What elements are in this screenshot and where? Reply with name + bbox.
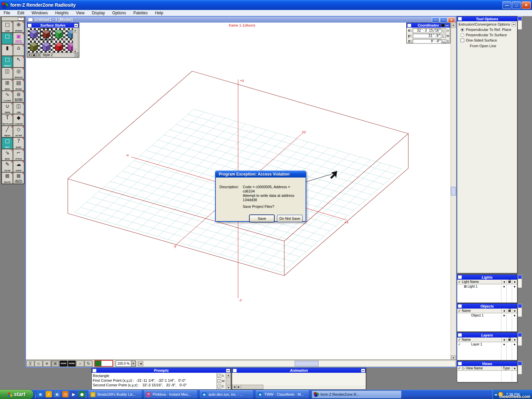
surface-styles-scrollbar[interactable]: ▲ ▼ (73, 28, 78, 54)
list-item[interactable]: ⊠ Light 1♦♦ (457, 284, 517, 289)
viewport-vertical-scrollbar[interactable]: ▲ ▼ (451, 23, 456, 360)
insert-outline-tool[interactable]: ▣INSERT OUTLINE (13, 33, 24, 44)
objects-header[interactable]: Objects (457, 304, 517, 309)
vertical-scroll-thumb[interactable] (451, 187, 456, 196)
palette-collapse-box[interactable] (361, 369, 365, 372)
coordinate-x-checkbox[interactable]: ✓ (443, 29, 446, 32)
doc-minimize-button[interactable]: — (432, 17, 439, 23)
none-toggle-2[interactable]: NONE (68, 360, 76, 367)
dock-tab[interactable] (518, 20, 522, 30)
tool-options-header[interactable]: Tool Options (457, 16, 517, 21)
list-view-icon[interactable]: ≣ (27, 53, 32, 57)
palette-arrow-box[interactable] (445, 24, 449, 27)
wire-tool[interactable]: ≋ (43, 360, 51, 367)
task-button-5[interactable]: form·Z RenderZone R... (312, 390, 401, 398)
list-item[interactable]: Object 1♦♦ (457, 313, 517, 318)
scroll-down-arrow[interactable]: ▼ (226, 385, 231, 389)
mesh-tool[interactable]: ⊞MESH (2, 79, 13, 91)
lightning-icon[interactable]: ⚡ (46, 391, 52, 397)
media-player-icon[interactable]: ▶ (70, 391, 77, 397)
palette-close-box[interactable] (458, 304, 462, 308)
menu-heights[interactable]: Heights (52, 11, 72, 15)
self-tool[interactable]: □SELF (2, 137, 13, 149)
dock-tab[interactable] (518, 336, 522, 346)
dock-tab[interactable] (518, 308, 522, 317)
zoom-dropdown-icon[interactable]: ▼ (131, 361, 135, 366)
prompts-header[interactable]: Prompts (92, 368, 231, 373)
palette-close-box[interactable] (458, 362, 462, 365)
checkbox-one-sided-surface[interactable]: One-Sided Surface (461, 38, 516, 42)
toggle-checkbox[interactable]: ✓ (217, 385, 221, 388)
palette-arrow-icon[interactable]: ➔ (18, 17, 24, 21)
menu-edit[interactable]: Edit (14, 11, 28, 15)
start-button[interactable]: start (0, 390, 33, 399)
join-tool[interactable]: ◫JOIN (13, 102, 24, 114)
grid-snap-tool[interactable]: ⊞ (51, 360, 59, 367)
axes-tool[interactable]: ◇ (35, 360, 43, 367)
prompts-scrollbar[interactable]: ▲ ▼ (226, 373, 231, 389)
menu-help[interactable]: Help (151, 11, 167, 15)
tool-palette-header[interactable]: ➔ (2, 17, 24, 21)
c-curve-tool[interactable]: ∿C-CURVE (2, 91, 13, 102)
first-point-tool[interactable]: ◇1ST PNT (13, 126, 24, 137)
radio-icon[interactable] (461, 28, 464, 32)
text-place-tool[interactable]: TTEXT PLACE (2, 114, 13, 126)
viewport-horizontal-scrollbar[interactable] (143, 360, 456, 367)
toggle-checkbox[interactable]: ✓ (217, 374, 221, 378)
break-tool[interactable]: ╱BREAK (2, 126, 13, 137)
pan-tool[interactable]: ↻ (84, 360, 92, 367)
scroll-right-arrow[interactable]: ▶ (237, 385, 241, 389)
query-tool[interactable]: ?QUERY (13, 137, 24, 149)
document-titlebar[interactable]: Untitled1 - 1 [Model] — □ ✕ (26, 17, 456, 23)
animation-scrollbar[interactable]: ◀ ▶ (232, 385, 263, 389)
cube-tool[interactable]: □CUBE (2, 21, 13, 33)
move-tool[interactable]: ⇘MOVE (2, 149, 13, 161)
radio-perpendicular-ref-plane[interactable]: Perpendicular To Ref. Plane (461, 28, 516, 32)
palette-close-box[interactable] (458, 333, 462, 337)
dock-tab[interactable] (518, 365, 522, 374)
none-toggle-1[interactable]: NONE (60, 360, 67, 367)
keyboard-icon[interactable]: ▣ (32, 53, 36, 57)
scroll-left-arrow[interactable]: ◀ (138, 361, 143, 366)
maximize-button[interactable]: □ (512, 1, 521, 9)
surface-style-swatch-5[interactable] (28, 41, 40, 53)
ghost-tool[interactable]: ☁GHOST (13, 161, 24, 172)
dock-tab[interactable] (518, 279, 522, 288)
lights-header[interactable]: Lights (457, 275, 517, 280)
coordinates-header[interactable]: Coordinates (407, 23, 450, 28)
palette-close-box[interactable] (233, 369, 237, 372)
task-button-2[interactable]: ❝Pinkboa - Instant Mes... (144, 390, 197, 398)
surface-style-swatch-7[interactable] (53, 41, 65, 53)
horizontal-scroll-thumb[interactable] (295, 361, 319, 366)
menu-palettes[interactable]: Palettes (130, 11, 151, 15)
resize-grip[interactable] (74, 53, 79, 57)
animation-header[interactable]: Animation (232, 368, 366, 373)
toggle-checkbox[interactable]: ✓ (217, 379, 221, 383)
delete-topology-tool[interactable]: ⊠DELETE TOPOLGY (13, 172, 24, 184)
menu-view[interactable]: View (72, 11, 88, 15)
revolve-tool[interactable]: ◎REVOLVE (13, 67, 24, 79)
surface-style-swatch-3[interactable] (53, 28, 65, 40)
rectangle-tool[interactable]: ▮ (2, 44, 13, 56)
hatch-tool[interactable]: ╳ (26, 360, 34, 367)
list-item[interactable]: ✓Layer 1♦♦ (457, 342, 517, 346)
layers-header[interactable]: Layers (457, 332, 517, 337)
menu-file[interactable]: File (0, 11, 14, 15)
menu-windows[interactable]: Windows (28, 11, 52, 15)
menu-options[interactable]: Options (109, 11, 130, 15)
active-color-chip[interactable] (94, 360, 113, 367)
minimize-button[interactable]: — (502, 1, 511, 9)
palette-collapse-box[interactable] (226, 369, 230, 372)
radio-perpendicular-surface[interactable]: Perpendicular To Surface (461, 33, 516, 37)
globe-icon[interactable]: ● (79, 391, 85, 397)
browser-icon[interactable]: e (54, 391, 60, 397)
zoom-level-control[interactable]: 100.0 % ▼ (116, 360, 136, 367)
radio-icon[interactable] (461, 33, 464, 37)
palette-close-box[interactable] (458, 17, 462, 21)
doc-close-button[interactable]: ✕ (448, 17, 455, 23)
round-tool[interactable]: ▤ROUND (13, 79, 24, 91)
coordinate-y-checkbox[interactable]: ✓ (442, 34, 446, 38)
exception-dialog-titlebar[interactable]: Program Exception: Access Violation (216, 171, 306, 178)
ie-icon[interactable]: e (37, 391, 44, 397)
delete-tool[interactable]: ⊠DELETE (2, 172, 13, 184)
